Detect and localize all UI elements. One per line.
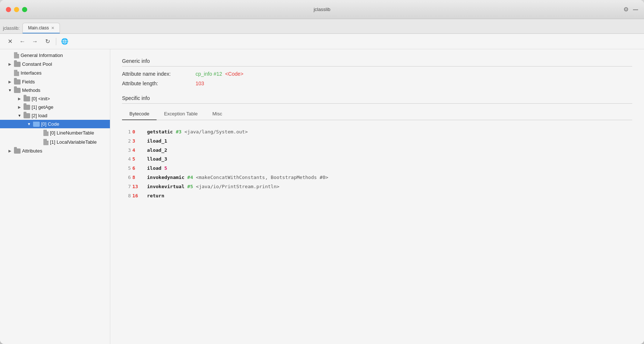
- app-window: jclasslib ⚙ — jclasslib: Main.class ✕ ✕ …: [0, 0, 644, 344]
- sidebar-item-methods-load-code[interactable]: ▼ [0] Code: [0, 120, 110, 128]
- folder-icon: [24, 96, 30, 101]
- expand-icon[interactable]: ▶: [7, 62, 12, 67]
- expand-icon[interactable]: ▶: [17, 96, 22, 101]
- sidebar-item-methods-init[interactable]: ▶ [0] <init>: [0, 94, 110, 103]
- doc-icon: [14, 52, 19, 58]
- sidebar-item-methods-getage[interactable]: ▶ [1] getAge: [0, 103, 110, 111]
- tab-bytecode[interactable]: Bytecode: [122, 108, 157, 120]
- bc-instruction: invokedynamic: [147, 175, 187, 180]
- line-num: 2: [122, 137, 131, 145]
- expand-icon[interactable]: ▼: [17, 113, 22, 118]
- expand-icon[interactable]: ▼: [7, 88, 12, 93]
- close-icon: ✕: [8, 38, 12, 45]
- sidebar-item-fields[interactable]: ▶ Fields: [0, 78, 110, 86]
- tabbar: jclasslib: Main.class ✕: [0, 19, 644, 34]
- bytecode-table: 1 0 getstatic #3 <java/lang/System.out> …: [122, 128, 632, 200]
- bc-comment: <java/io/PrintStream.println>: [196, 184, 279, 189]
- bc-body: return: [147, 192, 632, 200]
- bc-instruction: invokevirtual: [147, 184, 187, 189]
- tab-main-class[interactable]: Main.class ✕: [22, 23, 60, 33]
- sidebar-item-label: Interfaces: [21, 70, 42, 76]
- sidebar-item-methods-load-code-localvariable[interactable]: [1] LocalVariableTable: [0, 137, 110, 147]
- minimize-icon[interactable]: —: [633, 7, 638, 12]
- line-num: 3: [122, 147, 131, 154]
- sidebar-item-methods-load[interactable]: ▼ [2] load: [0, 111, 110, 120]
- line-num: 4: [122, 155, 131, 163]
- expand-icon[interactable]: ▶: [7, 79, 12, 85]
- bc-ref[interactable]: #5: [187, 184, 193, 189]
- forward-button[interactable]: →: [29, 36, 40, 47]
- attribute-name-index-type: <Code>: [225, 71, 243, 77]
- expand-spacer: [7, 53, 12, 58]
- close-button[interactable]: [6, 7, 11, 12]
- specific-info-title: Specific info: [122, 95, 632, 104]
- line-num: 8: [122, 192, 131, 200]
- expand-spacer: [7, 71, 12, 76]
- sidebar-item-label: [1] getAge: [32, 104, 53, 110]
- bc-ref[interactable]: #3: [176, 129, 182, 135]
- folder-icon: [14, 148, 21, 154]
- expand-icon[interactable]: ▼: [26, 122, 32, 127]
- back-icon: ←: [19, 38, 25, 45]
- sidebar-item-label: [0] LineNumberTable: [50, 130, 94, 136]
- sidebar-item-label: [2] load: [32, 113, 47, 118]
- specific-info-section: Specific info Bytecode Exception Table M…: [122, 95, 632, 200]
- maximize-button[interactable]: [22, 7, 27, 12]
- bytecode-row: 2 3 iload_1: [122, 137, 632, 146]
- expand-icon[interactable]: ▶: [17, 105, 22, 110]
- titlebar-buttons: [6, 7, 27, 12]
- sidebar-item-label: Constant Pool: [22, 61, 52, 67]
- bc-offset: 8: [132, 174, 146, 182]
- bytecode-row: 8 16 return: [122, 191, 632, 201]
- sidebar-item-general-information[interactable]: General Information: [0, 51, 110, 60]
- settings-icon[interactable]: ⚙: [623, 6, 629, 13]
- tab-exception-table[interactable]: Exception Table: [157, 108, 205, 120]
- bc-instruction: aload_2: [147, 147, 167, 153]
- sidebar-item-attributes[interactable]: ▶ Attributes: [0, 147, 110, 155]
- bc-body: invokevirtual #5 <java/io/PrintStream.pr…: [147, 183, 632, 191]
- bc-offset: 6: [132, 165, 146, 172]
- attribute-length-row: Attribute length: 103: [122, 80, 632, 86]
- back-button[interactable]: ←: [17, 36, 28, 47]
- bc-body: getstatic #3 <java/lang/System.out>: [147, 128, 632, 136]
- line-num: 6: [122, 174, 131, 182]
- toolbar-separator: [56, 38, 56, 45]
- bc-offset: 3: [132, 137, 146, 145]
- bc-offset: 16: [132, 192, 146, 200]
- window-title: jclasslib: [314, 7, 330, 12]
- line-num: 1: [122, 128, 131, 136]
- close-button[interactable]: ✕: [4, 36, 15, 47]
- line-num: 5: [122, 165, 131, 172]
- doc-icon: [43, 139, 49, 145]
- bc-body: aload_2: [147, 147, 632, 154]
- globe-icon: 🌐: [61, 38, 68, 45]
- sidebar-item-label: Methods: [22, 87, 40, 93]
- minimize-button[interactable]: [14, 7, 19, 12]
- tab-close-icon[interactable]: ✕: [51, 26, 54, 31]
- bc-offset: 5: [132, 155, 146, 163]
- browse-button[interactable]: 🌐: [59, 36, 70, 47]
- sidebar-item-label: General Information: [21, 53, 63, 58]
- sidebar-item-label: Fields: [22, 79, 35, 85]
- refresh-button[interactable]: ↻: [42, 36, 53, 47]
- sidebar-item-interfaces[interactable]: Interfaces: [0, 68, 110, 78]
- folder-icon: [14, 62, 21, 67]
- bytecode-row: 6 8 invokedynamic #4 <makeConcatWithCons…: [122, 173, 632, 182]
- sidebar-item-constant-pool[interactable]: ▶ Constant Pool: [0, 60, 110, 68]
- bc-instruction: lload_3: [147, 156, 167, 162]
- attribute-name-index-ref[interactable]: cp_info #12: [196, 71, 222, 77]
- titlebar: jclasslib ⚙ —: [0, 0, 644, 19]
- main-area: General Information ▶ Constant Pool Inte…: [0, 49, 644, 344]
- bytecode-row: 7 13 invokevirtual #5 <java/io/PrintStre…: [122, 182, 632, 191]
- sidebar-item-methods[interactable]: ▼ Methods: [0, 86, 110, 94]
- expand-icon[interactable]: ▶: [7, 148, 12, 154]
- folder-icon: [14, 88, 21, 93]
- folder-icon: [14, 79, 21, 85]
- tab-misc[interactable]: Misc: [205, 108, 230, 120]
- expand-spacer: [37, 140, 42, 145]
- bc-instruction: iload: [147, 165, 164, 171]
- sidebar-item-methods-load-code-linenumber[interactable]: [0] LineNumberTable: [0, 128, 110, 137]
- bc-instruction: iload_1: [147, 138, 167, 144]
- titlebar-actions: ⚙ —: [623, 6, 638, 13]
- bc-ref[interactable]: #4: [187, 175, 193, 180]
